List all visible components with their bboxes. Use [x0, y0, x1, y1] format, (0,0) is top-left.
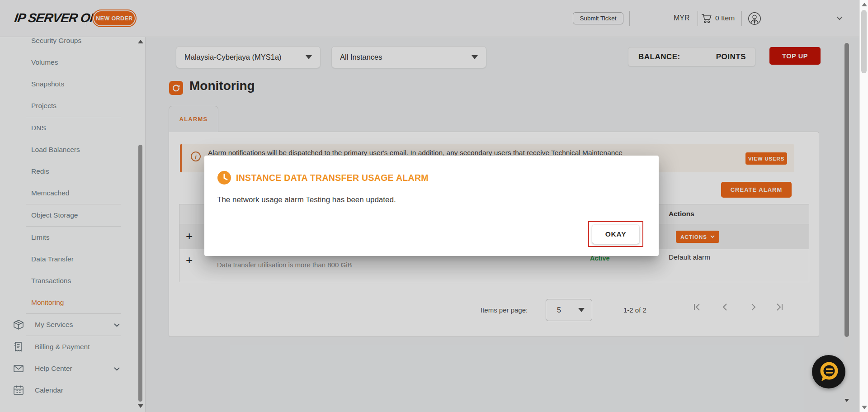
- clock-icon: [217, 170, 231, 185]
- scroll-up-arrow-icon[interactable]: [862, 3, 867, 6]
- chat-widget-button[interactable]: [812, 355, 845, 388]
- okay-focus-ring: OKAY: [588, 221, 643, 247]
- browser-scrollbar[interactable]: [859, 0, 868, 412]
- browser-scrollbar-thumb[interactable]: [861, 10, 867, 73]
- dialog-title: INSTANCE DATA TRANSFER USAGE ALARM: [236, 173, 429, 183]
- okay-button[interactable]: OKAY: [592, 225, 639, 244]
- dialog-message: The network usage alarm Testing has been…: [217, 195, 396, 204]
- app-screen: IP SERVER ONE® NEW ORDER Submit Ticket M…: [0, 0, 868, 412]
- scroll-down-arrow-icon[interactable]: [862, 406, 867, 409]
- chat-bubble-icon: [812, 355, 845, 388]
- alarm-dialog: INSTANCE DATA TRANSFER USAGE ALARM The n…: [204, 156, 659, 256]
